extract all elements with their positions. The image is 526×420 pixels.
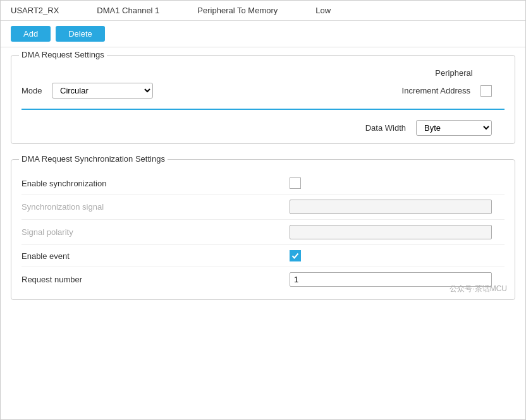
header-row: USART2_RX DMA1 Channel 1 Peripheral To M… (1, 1, 525, 21)
sync-signal-label: Synchronization signal (21, 202, 290, 212)
peripheral-col-header: Peripheral (429, 68, 479, 78)
data-width-label: Data Width (365, 123, 406, 133)
enable-event-label: Enable event (21, 251, 290, 261)
sync-grid: Enable synchronization Synchronization s… (21, 172, 505, 292)
sync-signal-input[interactable] (290, 200, 492, 214)
sync-signal-control (290, 200, 505, 214)
enable-sync-control (290, 177, 505, 189)
increment-checkbox[interactable] (480, 85, 492, 97)
enable-sync-row: Enable synchronization (21, 172, 505, 195)
divider-line (21, 109, 505, 110)
request-number-label: Request number (21, 275, 290, 284)
enable-event-control (290, 250, 505, 261)
data-width-select[interactable]: Byte Half Word Word (416, 120, 492, 136)
signal-polarity-control (290, 225, 505, 239)
request-number-row: Request number (21, 267, 505, 292)
direction-label: Peripheral To Memory (197, 6, 278, 15)
enable-sync-checkbox[interactable] (290, 177, 301, 189)
dma-request-settings-legend: DMA Request Settings (19, 50, 107, 59)
signal-polarity-label: Signal polarity (21, 227, 290, 237)
settings-header: Peripheral (21, 68, 505, 78)
dma-channel-label: DMA1 Channel 1 (97, 6, 159, 15)
sync-signal-row: Synchronization signal (21, 195, 505, 220)
enable-event-checkbox[interactable] (290, 250, 301, 261)
dma-sync-settings-section: DMA Request Synchronization Settings Ena… (11, 159, 515, 300)
increment-address-label: Increment Address (402, 86, 470, 95)
dma-settings-grid: Peripheral Mode Circular Normal Incremen… (21, 68, 505, 136)
dma-sync-settings-legend: DMA Request Synchronization Settings (19, 154, 168, 164)
mode-select[interactable]: Circular Normal (52, 83, 153, 99)
dma-request-settings-section: DMA Request Settings Peripheral Mode Cir… (11, 55, 515, 144)
signal-polarity-row: Signal polarity (21, 220, 505, 245)
enable-event-row: Enable event (21, 245, 505, 267)
mode-label: Mode (21, 86, 47, 95)
toolbar: Add Delete (1, 21, 525, 47)
watermark: 公众号·茶话MCU (450, 284, 507, 294)
usart-label: USART2_RX (11, 6, 59, 15)
checkmark-icon (291, 252, 299, 260)
add-button[interactable]: Add (11, 26, 51, 42)
signal-polarity-input[interactable] (290, 225, 492, 239)
priority-label: Low (315, 6, 331, 15)
enable-sync-label: Enable synchronization (21, 179, 290, 188)
delete-button[interactable]: Delete (56, 26, 105, 42)
